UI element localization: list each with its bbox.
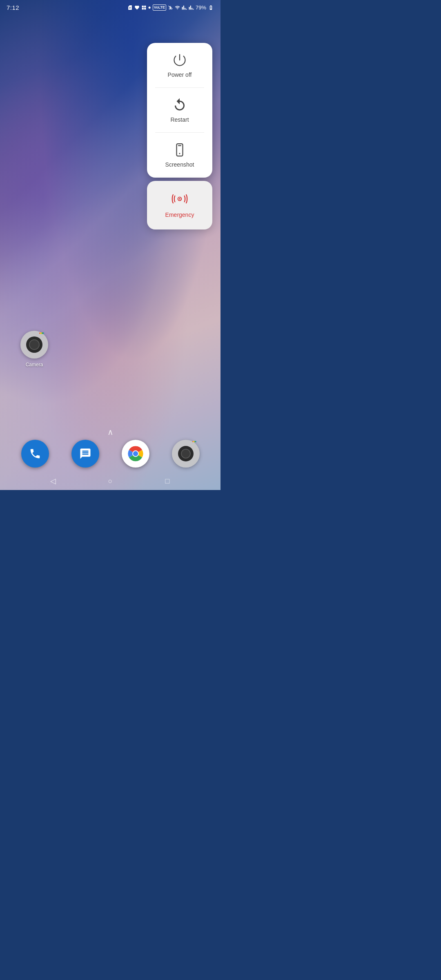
signal2-icon <box>189 5 194 10</box>
signal-icon <box>182 5 187 10</box>
screenshot-label: Screenshot <box>165 161 194 168</box>
restart-button[interactable]: Restart <box>147 88 212 133</box>
dock-camera[interactable] <box>172 440 200 468</box>
dock-messages[interactable] <box>71 440 99 468</box>
emergency-item: Emergency <box>147 181 212 229</box>
messages-icon <box>79 448 91 460</box>
tile-icon <box>141 5 147 10</box>
svg-rect-3 <box>144 8 146 9</box>
emergency-label: Emergency <box>165 212 194 218</box>
power-off-button[interactable]: Power off <box>147 43 212 88</box>
dock <box>0 435 220 472</box>
svg-rect-2 <box>142 8 143 9</box>
svg-rect-1 <box>144 5 146 7</box>
power-menu-card: Power off Restart Screenshot <box>147 43 212 178</box>
restart-icon <box>172 98 187 112</box>
svg-point-8 <box>179 198 180 200</box>
restart-label: Restart <box>170 116 189 123</box>
sim-card-icon <box>127 5 133 10</box>
camera-app-label: Camera <box>26 362 43 368</box>
chrome-icon <box>127 445 145 463</box>
status-time: 7:12 <box>7 4 19 11</box>
screenshot-button[interactable]: Screenshot <box>147 133 212 178</box>
phone-icon <box>29 448 41 460</box>
screenshot-icon <box>172 143 187 157</box>
battery-icon <box>208 5 214 10</box>
back-button[interactable]: ◁ <box>44 472 62 490</box>
dock-camera-lens <box>178 446 194 461</box>
svg-point-5 <box>179 153 180 154</box>
dock-chrome[interactable] <box>122 440 149 468</box>
dot-icon: ● <box>148 4 151 10</box>
camera-icon-bg <box>20 331 48 359</box>
power-menu: Power off Restart Screenshot <box>147 43 212 229</box>
emergency-button[interactable]: Emergency <box>147 181 212 229</box>
power-icon <box>172 53 187 67</box>
dock-phone[interactable] <box>21 440 49 468</box>
bell-mute-icon <box>168 5 173 10</box>
svg-rect-0 <box>142 5 143 7</box>
camera-app[interactable]: Camera <box>20 331 48 368</box>
power-off-label: Power off <box>168 71 192 78</box>
status-bar: 7:12 ● VoLTE <box>0 0 220 15</box>
heart-icon <box>134 5 140 10</box>
wifi-icon <box>175 5 180 10</box>
recents-button[interactable]: □ <box>158 472 176 490</box>
emergency-icon <box>171 192 189 207</box>
svg-point-11 <box>133 451 138 456</box>
home-button[interactable]: ○ <box>101 472 119 490</box>
camera-lens <box>26 336 42 353</box>
nav-bar: ◁ ○ □ <box>0 472 220 490</box>
volte-icon: VoLTE <box>153 4 166 11</box>
battery-percent: 79% <box>196 4 206 11</box>
status-icons: ● VoLTE 79% <box>127 4 214 11</box>
